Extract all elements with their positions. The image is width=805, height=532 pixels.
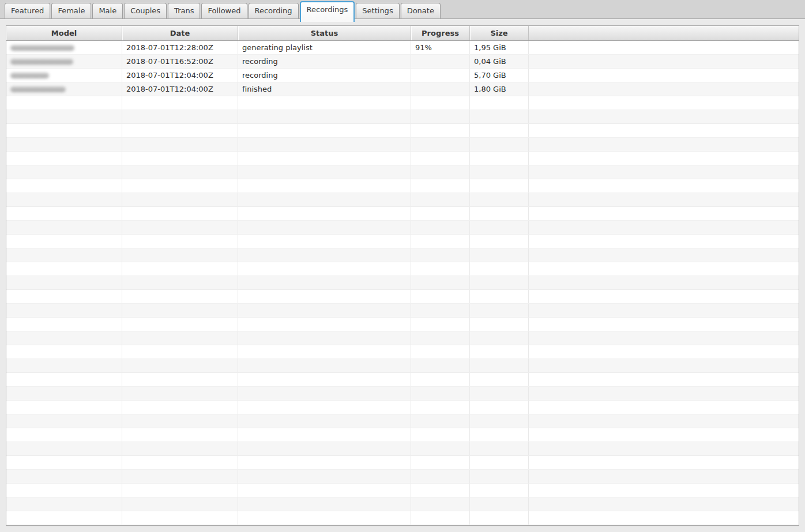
cell-model xyxy=(6,262,122,276)
table-row[interactable]: 2018-07-01T12:04:00Z recording 5,70 GiB xyxy=(6,69,799,82)
tab-label: Featured xyxy=(11,6,44,15)
cell-date xyxy=(122,124,238,137)
cell-filler xyxy=(529,124,799,137)
cell-date xyxy=(122,193,238,206)
table-row[interactable]: 2018-07-01T12:04:00Z finished 1,80 GiB xyxy=(6,82,799,96)
tab-label: Recording xyxy=(255,6,292,15)
empty-table-row xyxy=(6,248,799,262)
cell-status xyxy=(238,442,411,455)
column-header-size[interactable]: Size xyxy=(470,26,529,40)
tab-bar: Featured Female Male Couples Trans Follo… xyxy=(0,0,805,19)
cell-model xyxy=(6,165,122,179)
cell-model xyxy=(6,124,122,137)
cell-size: 0,04 GiB xyxy=(470,55,529,68)
cell-progress xyxy=(411,511,470,525)
cell-date xyxy=(122,96,238,110)
cell-size xyxy=(470,373,529,386)
cell-filler xyxy=(529,69,799,82)
cell-size xyxy=(470,484,529,497)
cell-model xyxy=(6,318,122,331)
column-header-date[interactable]: Date xyxy=(122,26,238,40)
redacted-model-name xyxy=(10,45,74,51)
cell-model xyxy=(6,41,122,54)
cell-filler xyxy=(529,318,799,331)
cell-filler xyxy=(529,414,799,428)
cell-size xyxy=(470,124,529,137)
cell-progress xyxy=(411,373,470,386)
tab-label: Couples xyxy=(130,6,160,15)
cell-size xyxy=(470,221,529,234)
column-header-status[interactable]: Status xyxy=(238,26,411,40)
empty-table-row xyxy=(6,262,799,276)
cell-model xyxy=(6,345,122,359)
cell-date: 2018-07-01T12:04:00Z xyxy=(122,82,238,96)
cell-filler xyxy=(529,442,799,455)
cell-status xyxy=(238,484,411,497)
cell-model xyxy=(6,511,122,525)
tab-featured[interactable]: Featured xyxy=(5,3,50,18)
cell-model xyxy=(6,276,122,289)
cell-size xyxy=(470,235,529,248)
cell-status xyxy=(238,387,411,400)
empty-table-row xyxy=(6,110,799,124)
tab-male[interactable]: Male xyxy=(92,3,123,18)
table-row[interactable]: 2018-07-01T12:28:00Z generating playlist… xyxy=(6,41,799,55)
tab-label: Male xyxy=(99,6,116,15)
cell-filler xyxy=(529,484,799,497)
empty-table-row xyxy=(6,276,799,290)
cell-progress xyxy=(411,331,470,345)
cell-date xyxy=(122,387,238,400)
cell-progress xyxy=(411,82,470,96)
tab-female[interactable]: Female xyxy=(51,3,91,18)
cell-filler xyxy=(529,55,799,68)
cell-model xyxy=(6,373,122,386)
cell-model xyxy=(6,110,122,123)
cell-status xyxy=(238,290,411,303)
cell-date xyxy=(122,456,238,469)
cell-filler xyxy=(529,359,799,372)
column-header-progress[interactable]: Progress xyxy=(411,26,470,40)
cell-size xyxy=(470,456,529,469)
cell-status xyxy=(238,497,411,511)
cell-progress xyxy=(411,96,470,110)
cell-date xyxy=(122,262,238,276)
cell-size xyxy=(470,152,529,165)
cell-model xyxy=(6,484,122,497)
cell-date: 2018-07-01T16:52:00Z xyxy=(122,55,238,68)
cell-size xyxy=(470,304,529,317)
cell-size xyxy=(470,276,529,289)
cell-model xyxy=(6,387,122,400)
cell-filler xyxy=(529,82,799,96)
empty-table-row xyxy=(6,414,799,428)
cell-date xyxy=(122,138,238,151)
empty-table-row xyxy=(6,331,799,345)
cell-filler xyxy=(529,497,799,511)
cell-model xyxy=(6,235,122,248)
table-row[interactable]: 2018-07-01T16:52:00Z recording 0,04 GiB xyxy=(6,55,799,69)
cell-size xyxy=(470,248,529,262)
cell-status xyxy=(238,235,411,248)
cell-date xyxy=(122,428,238,442)
tab-donate[interactable]: Donate xyxy=(401,3,441,18)
redacted-model-name xyxy=(10,73,49,78)
cell-status: generating playlist xyxy=(238,41,411,54)
cell-filler xyxy=(529,470,799,483)
tab-trans[interactable]: Trans xyxy=(168,3,200,18)
cell-status xyxy=(238,152,411,165)
cell-model xyxy=(6,207,122,220)
tab-followed[interactable]: Followed xyxy=(201,3,247,18)
cell-filler xyxy=(529,456,799,469)
empty-table-row xyxy=(6,484,799,497)
cell-size xyxy=(470,318,529,331)
cell-size xyxy=(470,511,529,525)
cell-progress xyxy=(411,248,470,262)
cell-filler xyxy=(529,428,799,442)
cell-date xyxy=(122,276,238,289)
cell-size xyxy=(470,414,529,428)
tab-recording[interactable]: Recording xyxy=(249,3,299,18)
tab-recordings[interactable]: Recordings xyxy=(300,1,355,22)
tab-settings[interactable]: Settings xyxy=(356,3,399,18)
tab-couples[interactable]: Couples xyxy=(124,3,167,18)
cell-date xyxy=(122,318,238,331)
column-header-model[interactable]: Model xyxy=(6,26,122,40)
